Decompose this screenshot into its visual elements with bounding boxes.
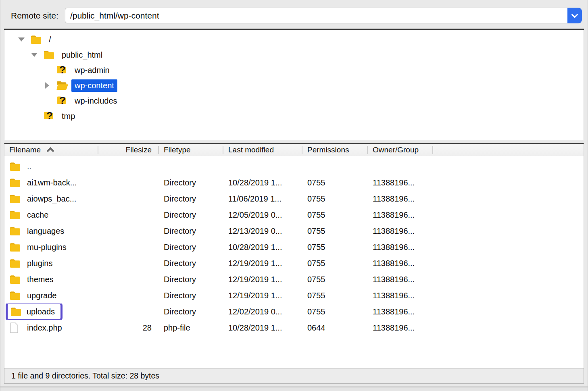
file-row[interactable]: index.php 28 php-file 10/28/2019 1... 06… (4, 320, 584, 336)
filename-cell: uploads (4, 304, 98, 320)
filename-cell: themes (4, 274, 98, 285)
filename-cell: ai1wm-back... (4, 177, 98, 188)
file-row[interactable]: plugins Directory 12/19/2019 1... 0755 1… (4, 255, 584, 271)
folder-icon (9, 258, 21, 268)
panel-splitter[interactable] (4, 140, 584, 143)
filename-label: uploads (27, 307, 55, 316)
filetype-cell: Directory (159, 227, 223, 236)
file-row[interactable]: ai1wm-back... Directory 10/28/2019 1... … (4, 175, 584, 191)
tree-item[interactable]: ? wp-includes (4, 93, 584, 108)
column-header-owner-group[interactable]: Owner/Group (368, 144, 433, 156)
tree-item-label: tmp (58, 110, 78, 123)
window-bottom-gap (0, 384, 588, 387)
status-bar: 1 file and 9 directories. Total size: 28… (4, 368, 584, 384)
folder-icon (9, 193, 21, 204)
filename-wrap: upgrade (9, 290, 56, 301)
tree-item-label: public_html (58, 49, 106, 61)
owner-group-cell: 11388196... (368, 323, 433, 333)
file-row[interactable]: aiowps_bac... Directory 11/06/2019 1... … (4, 191, 584, 207)
folder-icon (10, 306, 22, 317)
permissions-cell: 0755 (302, 307, 368, 316)
tree-item-label: wp-content (71, 79, 117, 92)
column-header-permissions[interactable]: Permissions (302, 144, 368, 156)
column-header-filesize[interactable]: Filesize (98, 144, 159, 156)
filename-wrap: .. (9, 161, 31, 172)
file-icon (9, 322, 21, 333)
file-row[interactable]: mu-plugins Directory 10/28/2019 1... 075… (4, 239, 584, 255)
file-row[interactable]: cache Directory 12/05/2019 0... 0755 113… (4, 207, 584, 223)
folder-icon (9, 242, 21, 252)
folder-question-icon: ? (56, 96, 69, 106)
permissions-cell: 0755 (302, 291, 368, 300)
filename-cell: mu-plugins (4, 242, 98, 252)
permissions-cell: 0644 (302, 323, 368, 333)
folder-icon (9, 210, 21, 220)
folder-icon (9, 226, 21, 236)
last-modified-cell: 12/05/2019 0... (223, 210, 302, 220)
column-header-label: Last modified (228, 146, 274, 154)
filename-wrap: cache (9, 210, 48, 220)
remote-path-input[interactable] (65, 8, 567, 23)
last-modified-cell: 12/19/2019 1... (223, 259, 302, 268)
permissions-cell: 0755 (302, 227, 368, 236)
filetype-cell: Directory (159, 194, 223, 204)
owner-group-cell: 11388196... (368, 275, 433, 284)
folder-question-icon: ? (43, 111, 56, 121)
column-header-filetype[interactable]: Filetype (159, 144, 223, 156)
tree-item[interactable]: / (4, 32, 584, 47)
svg-text:?: ? (59, 95, 66, 106)
filename-wrap: languages (9, 226, 64, 236)
column-header-filename[interactable]: Filename (4, 144, 98, 156)
owner-group-cell: 11388196... (368, 291, 433, 300)
filetype-cell: Directory (159, 275, 223, 284)
filename-wrap: plugins (9, 258, 52, 268)
owner-group-cell: 11388196... (368, 307, 433, 316)
file-row[interactable]: .. (4, 158, 584, 175)
folder-icon (9, 177, 21, 188)
filename-label: index.php (27, 323, 62, 333)
filename-wrap: uploads (6, 304, 63, 320)
tree-expand-icon[interactable] (42, 82, 53, 89)
last-modified-cell: 12/19/2019 1... (223, 275, 302, 284)
folder-open-icon (56, 80, 69, 91)
permissions-cell: 0755 (302, 194, 368, 204)
filename-label: cache (27, 210, 48, 220)
file-row[interactable]: themes Directory 12/19/2019 1... 0755 11… (4, 271, 584, 287)
remote-path-dropdown-button[interactable] (567, 8, 582, 23)
filename-cell: aiowps_bac... (4, 193, 98, 204)
filename-cell: cache (4, 210, 98, 220)
file-row[interactable]: uploads Directory 12/02/2019 0... 0755 1… (4, 304, 584, 320)
folder-icon (43, 50, 56, 60)
filename-label: languages (27, 227, 64, 236)
file-row[interactable]: languages Directory 12/13/2019 0... 0755… (4, 223, 584, 239)
filetype-cell: Directory (159, 210, 223, 220)
last-modified-cell: 10/28/2019 1... (223, 243, 302, 252)
file-list-header: Filename Filesize Filetype Last modified… (4, 144, 584, 156)
last-modified-cell: 10/28/2019 1... (223, 178, 302, 187)
filename-label: .. (27, 162, 31, 171)
tree-collapse-icon[interactable] (16, 37, 27, 42)
tree-item[interactable]: public_html (4, 47, 584, 62)
svg-text:?: ? (59, 64, 66, 76)
tree-collapse-icon[interactable] (29, 53, 40, 57)
owner-group-cell: 11388196... (368, 243, 433, 252)
tree-item[interactable]: ? wp-admin (4, 62, 584, 78)
tree-item[interactable]: wp-content (4, 78, 584, 93)
last-modified-cell: 12/02/2019 0... (223, 307, 302, 316)
tree-item[interactable]: ? tmp (4, 108, 584, 124)
permissions-cell: 0755 (302, 178, 368, 187)
filetype-cell: Directory (159, 291, 223, 300)
filename-label: upgrade (27, 291, 56, 300)
tree-item-label: wp-includes (71, 95, 121, 107)
column-header-label: Filesize (126, 146, 152, 154)
folder-question-icon: ? (56, 65, 69, 75)
last-modified-cell: 11/06/2019 1... (223, 194, 302, 204)
file-row[interactable]: upgrade Directory 12/19/2019 1... 0755 1… (4, 287, 584, 304)
column-header-last-modified[interactable]: Last modified (223, 144, 302, 156)
filename-cell: languages (4, 226, 98, 236)
sort-ascending-icon (46, 146, 55, 154)
permissions-cell: 0755 (302, 259, 368, 268)
last-modified-cell: 12/13/2019 0... (223, 227, 302, 236)
folder-icon (9, 274, 21, 285)
filename-cell: upgrade (4, 290, 98, 301)
